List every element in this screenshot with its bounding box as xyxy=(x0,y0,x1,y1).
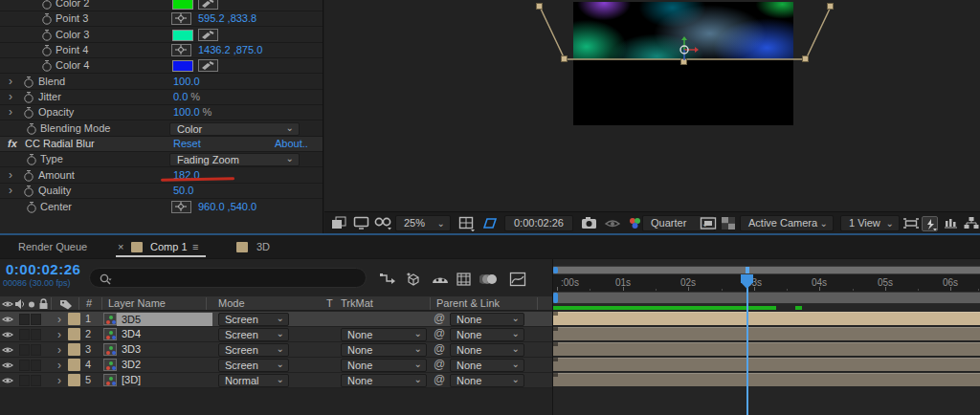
current-timecode[interactable]: 0:00:02:26 xyxy=(6,261,80,277)
channel-colors-icon[interactable] xyxy=(627,216,643,230)
eyedropper-icon[interactable] xyxy=(198,59,218,72)
column-parent-link[interactable]: Parent & Link xyxy=(436,297,500,309)
column-layer-name[interactable]: Layer Name xyxy=(108,297,166,309)
eyedropper-icon[interactable] xyxy=(198,29,218,41)
lock-toggle[interactable] xyxy=(31,314,41,325)
timeline-button-icon[interactable] xyxy=(943,216,959,230)
corner-handle-top-left[interactable] xyxy=(536,3,543,10)
audio-column-icon[interactable] xyxy=(14,298,25,310)
layer-name[interactable]: 3D5 xyxy=(117,313,212,326)
search-input[interactable] xyxy=(89,268,367,288)
trkmat-dropdown[interactable]: None⌄ xyxy=(341,374,427,387)
pickwhip-icon[interactable]: @ xyxy=(434,342,445,357)
pixel-aspect-icon[interactable] xyxy=(902,216,920,230)
layer-row[interactable]: › 3 3D3 Screen⌄ None⌄ @ None⌄ xyxy=(0,342,553,358)
region-of-interest-icon[interactable] xyxy=(700,216,717,230)
point-value[interactable]: 595.2 ,833.8 xyxy=(198,11,256,26)
color-swatch[interactable] xyxy=(172,30,193,41)
trkmat-dropdown[interactable]: None⌄ xyxy=(341,343,427,357)
mask-visibility-icon[interactable] xyxy=(480,216,499,230)
pickwhip-icon[interactable]: @ xyxy=(434,358,445,372)
label-color-swatch[interactable] xyxy=(68,313,80,325)
point-value[interactable]: 960.0 ,540.0 xyxy=(198,200,256,214)
flowchart-button-icon[interactable] xyxy=(963,216,979,230)
stopwatch-icon[interactable] xyxy=(26,201,37,214)
layer-duration-bar-selected[interactable] xyxy=(553,312,980,326)
parent-dropdown[interactable]: None⌄ xyxy=(450,359,524,372)
blending-mode-dropdown[interactable]: Color⌄ xyxy=(169,122,300,136)
parent-dropdown[interactable]: None⌄ xyxy=(450,328,524,341)
expander-icon[interactable]: › xyxy=(57,359,61,372)
layer-duration-bar[interactable] xyxy=(553,358,980,372)
solo-column-icon[interactable] xyxy=(28,301,35,309)
stopwatch-icon[interactable] xyxy=(41,44,53,57)
audio-toggle[interactable] xyxy=(19,329,30,340)
lock-toggle[interactable] xyxy=(31,329,41,340)
eyedropper-icon[interactable] xyxy=(198,0,218,10)
label-column-icon[interactable] xyxy=(59,298,73,310)
tab-3d[interactable]: 3D xyxy=(256,241,270,252)
camera-view-dropdown[interactable]: Active Camera⌄ xyxy=(740,215,834,231)
time-ruler[interactable]: :00s 01s 02s 03s 04s 05s 06s xyxy=(553,274,980,292)
layer-name[interactable]: [3D] xyxy=(122,373,141,387)
trkmat-dropdown[interactable]: None⌄ xyxy=(341,359,427,372)
label-color-swatch[interactable] xyxy=(68,374,80,386)
stopwatch-icon[interactable] xyxy=(41,59,53,73)
mode-dropdown[interactable]: Screen⌄ xyxy=(218,328,289,341)
view-layout-dropdown[interactable]: 1 View⌄ xyxy=(840,215,900,231)
tab-render-queue[interactable]: Render Queue xyxy=(18,241,87,252)
point-crosshair-icon[interactable] xyxy=(171,12,191,25)
column-t[interactable]: T xyxy=(326,297,333,309)
show-snapshot-icon[interactable] xyxy=(604,216,622,230)
lock-toggle[interactable] xyxy=(31,375,41,386)
expander-icon[interactable]: › xyxy=(57,328,61,341)
lock-toggle[interactable] xyxy=(31,344,41,356)
expander-icon[interactable]: › xyxy=(57,374,61,387)
eye-icon[interactable] xyxy=(2,315,13,324)
parent-dropdown[interactable]: None⌄ xyxy=(450,313,524,326)
stopwatch-icon[interactable] xyxy=(41,29,53,42)
pickwhip-icon[interactable]: @ xyxy=(434,373,445,387)
fast-previews-icon[interactable] xyxy=(922,216,938,231)
mode-dropdown[interactable]: Normal⌄ xyxy=(218,374,289,387)
snapshot-camera-icon[interactable] xyxy=(581,216,598,230)
stopwatch-icon[interactable] xyxy=(23,169,34,183)
parent-dropdown[interactable]: None⌄ xyxy=(450,343,524,357)
layer-name[interactable]: 3D4 xyxy=(122,327,141,341)
label-color-swatch[interactable] xyxy=(68,343,80,356)
fx-badge-icon[interactable]: fx xyxy=(8,137,17,151)
point-crosshair-icon[interactable] xyxy=(171,44,191,56)
stopwatch-icon[interactable] xyxy=(23,91,34,104)
stopwatch-icon[interactable] xyxy=(26,122,37,136)
work-area-start-handle[interactable] xyxy=(553,293,558,303)
navigator-start-handle[interactable] xyxy=(553,267,558,273)
parent-dropdown[interactable]: None⌄ xyxy=(450,374,524,387)
point-value[interactable]: 1436.2 ,875.0 xyxy=(198,43,262,57)
expander-icon[interactable]: › xyxy=(9,105,12,119)
eye-icon[interactable] xyxy=(2,345,13,355)
transparency-grid-icon[interactable] xyxy=(721,216,736,230)
property-value[interactable]: 100.0 % xyxy=(173,105,212,120)
work-area-bar[interactable] xyxy=(553,292,980,304)
draft-3d-icon[interactable] xyxy=(405,272,422,287)
layer-row[interactable]: › 2 3D4 Screen⌄ None⌄ @ None⌄ xyxy=(0,327,553,342)
pickwhip-icon[interactable]: @ xyxy=(434,312,445,326)
about-link[interactable]: About.. xyxy=(275,137,308,151)
layer-duration-bar[interactable] xyxy=(553,327,980,341)
trkmat-dropdown[interactable]: None⌄ xyxy=(341,328,427,341)
audio-toggle[interactable] xyxy=(19,344,30,356)
corner-handle-top-right[interactable] xyxy=(827,3,834,10)
layer-row[interactable]: › 5 [3D] Normal⌄ None⌄ @ None⌄ xyxy=(0,373,553,388)
label-color-swatch[interactable] xyxy=(68,328,80,340)
property-value[interactable]: 50.0 xyxy=(173,184,193,198)
preview-timecode[interactable]: 0:00:02:26 xyxy=(504,215,573,231)
expander-icon[interactable]: › xyxy=(57,343,61,357)
audio-toggle[interactable] xyxy=(19,314,30,325)
column-mode[interactable]: Mode xyxy=(218,297,245,309)
stopwatch-icon[interactable] xyxy=(26,153,37,166)
expander-icon[interactable]: › xyxy=(9,184,12,197)
anchor-axis-widget[interactable] xyxy=(671,34,703,65)
frame-blending-icon[interactable] xyxy=(456,272,472,287)
stopwatch-icon[interactable] xyxy=(23,76,34,89)
layer-name[interactable]: 3D2 xyxy=(122,358,141,372)
